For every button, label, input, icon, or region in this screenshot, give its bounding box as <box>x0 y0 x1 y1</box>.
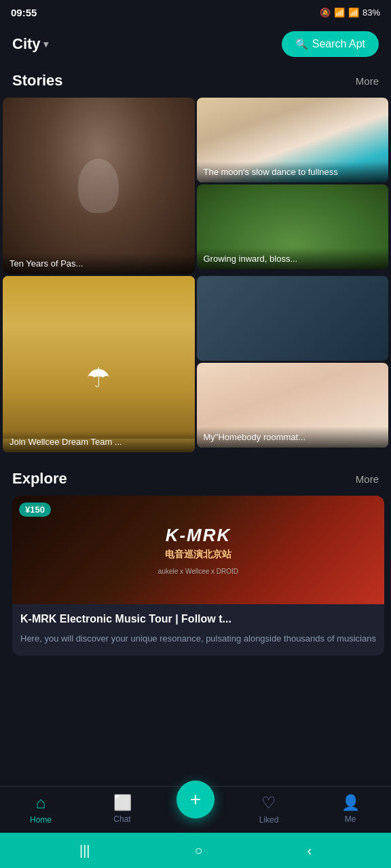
wifi-icon: 📶 <box>334 7 345 18</box>
status-bar: 09:55 🔕 📶 📶 83% <box>0 0 391 24</box>
story-label-5: My"Homebody roommat... <box>197 427 389 448</box>
stories-section-header: Stories More <box>0 66 391 98</box>
explore-more-link[interactable]: More <box>356 473 379 485</box>
profile-icon: 👤 <box>341 794 360 812</box>
explore-cards-list[interactable]: K-MRK 电音巡演北京站 aukele x Wellcee x DROID ¥… <box>0 496 391 664</box>
story-image-5 <box>197 276 389 361</box>
battery-text: 83% <box>362 7 380 18</box>
kmrk-image: K-MRK 电音巡演北京站 aukele x Wellcee x DROID <box>12 496 384 604</box>
explore-price-badge-1: ¥150 <box>19 502 51 517</box>
system-back-button[interactable]: ‹ <box>307 843 312 859</box>
nav-item-chat[interactable]: ⬜ Chat <box>95 794 149 824</box>
explore-title: Explore <box>12 470 67 488</box>
home-icon: ⌂ <box>36 793 46 812</box>
explore-section: Explore More K-MRK 电音巡演北京站 aukele x Well… <box>0 465 391 664</box>
app-header: City ▾ 🔍 Search Apt <box>0 24 391 66</box>
chat-label: Chat <box>113 814 130 824</box>
kmrk-logos: aukele x Wellcee x DROID <box>158 568 238 575</box>
nav-item-me[interactable]: 👤 Me <box>323 794 377 824</box>
system-home-button[interactable]: ○ <box>194 843 202 859</box>
city-label: City <box>12 35 41 53</box>
explore-card-title-1: K-MRK Electronic Music Tour | Follow t..… <box>20 612 376 627</box>
heart-icon: ♡ <box>261 793 276 812</box>
nav-item-liked[interactable]: ♡ Liked <box>242 793 296 825</box>
search-apt-label: Search Apt <box>312 38 365 50</box>
status-time: 09:55 <box>11 7 37 18</box>
home-label: Home <box>30 815 52 825</box>
main-content: Stories More Ten Years of Pas... <box>0 66 391 752</box>
explore-card-desc-1: Here, you will discover your unique reso… <box>20 632 376 646</box>
bottom-nav: ⌂ Home ⬜ Chat + ♡ Liked 👤 Me <box>0 786 391 833</box>
story-card-2[interactable]: The moon's slow dance to fullness <box>197 98 389 182</box>
story-image-4: ☂ <box>3 276 195 452</box>
story-label-1: Ten Years of Pas... <box>3 253 195 274</box>
me-label: Me <box>345 814 356 824</box>
story-label-4: Join Wellcee Dream Team ... <box>3 431 195 452</box>
story-card-5[interactable] <box>197 276 389 361</box>
liked-label: Liked <box>259 815 279 825</box>
story-label-3: Growing inward, bloss... <box>197 248 389 269</box>
story-card-1[interactable]: Ten Years of Pas... <box>3 98 195 274</box>
system-pause-button[interactable]: ||| <box>79 843 90 859</box>
explore-card-1[interactable]: K-MRK 电音巡演北京站 aukele x Wellcee x DROID ¥… <box>12 496 384 656</box>
system-nav-bar: ||| ○ ‹ <box>0 833 391 868</box>
nav-plus-button[interactable]: + <box>176 781 215 818</box>
stories-more-link[interactable]: More <box>356 75 379 87</box>
explore-card-image-1: K-MRK 电音巡演北京站 aukele x Wellcee x DROID ¥… <box>12 496 384 604</box>
signal-icon: 📶 <box>348 7 359 18</box>
status-icons: 🔕 📶 📶 83% <box>320 7 380 18</box>
story-label-2: The moon's slow dance to fullness <box>197 161 389 182</box>
kmrk-subtitle: 电音巡演北京站 <box>165 549 231 561</box>
story-image-1 <box>3 98 195 274</box>
chevron-down-icon: ▾ <box>43 39 48 50</box>
chat-icon: ⬜ <box>113 794 132 812</box>
plus-icon: + <box>190 790 201 809</box>
kmrk-title: K-MRK <box>166 525 231 546</box>
city-selector[interactable]: City ▾ <box>12 35 48 53</box>
story-card-6[interactable]: My"Homebody roommat... <box>197 363 389 448</box>
nav-item-home[interactable]: ⌂ Home <box>14 793 68 825</box>
stories-grid: Ten Years of Pas... The moon's slow danc… <box>0 98 391 452</box>
story-card-4[interactable]: ☂ Join Wellcee Dream Team ... <box>3 276 195 452</box>
story-card-3[interactable]: Growing inward, bloss... <box>197 184 389 269</box>
search-icon: 🔍 <box>295 38 308 50</box>
explore-card-body-1: K-MRK Electronic Music Tour | Follow t..… <box>12 604 384 656</box>
explore-section-header: Explore More <box>0 465 391 496</box>
search-apt-button[interactable]: 🔍 Search Apt <box>282 31 379 57</box>
mute-icon: 🔕 <box>320 7 331 18</box>
stories-title: Stories <box>12 72 63 90</box>
